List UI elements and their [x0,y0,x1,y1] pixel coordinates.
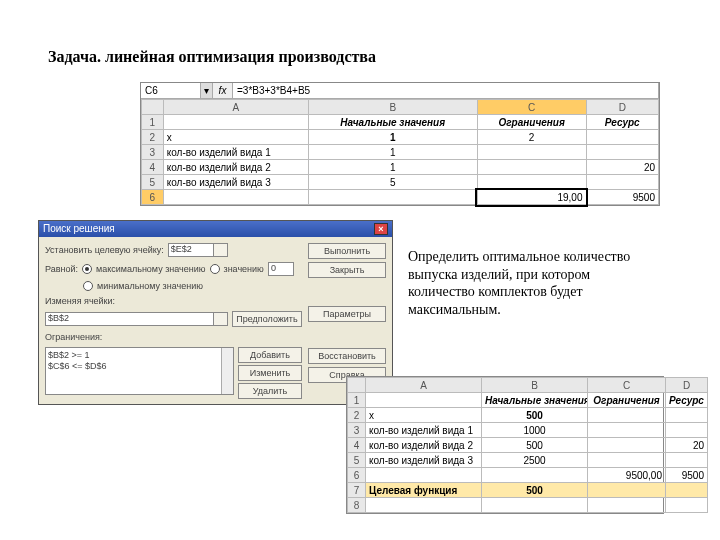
col-header-c[interactable]: C [477,100,586,115]
cell[interactable] [588,438,666,453]
cell[interactable] [482,468,588,483]
radio-value[interactable] [210,264,220,274]
cell[interactable]: 1000 [482,423,588,438]
solver-titlebar[interactable]: Поиск решения × [39,221,392,237]
cell[interactable] [588,408,666,423]
cell[interactable] [366,468,482,483]
cell[interactable]: 20 [586,160,659,175]
col-header-d[interactable]: D [666,378,708,393]
cell[interactable]: кол-во изделий вида 3 [366,453,482,468]
range-picker-icon[interactable] [213,244,227,256]
cell[interactable] [666,498,708,513]
col-header-b[interactable]: B [482,378,588,393]
cell[interactable]: 1 [308,145,477,160]
row-header[interactable]: 7 [348,483,366,498]
row-header[interactable]: 4 [348,438,366,453]
cell[interactable] [477,160,586,175]
cell[interactable]: Ограничения [477,115,586,130]
cell[interactable] [477,175,586,190]
cell[interactable]: Ресурс [586,115,659,130]
changing-cells-input[interactable]: $B$2 [45,312,228,326]
cell[interactable]: 20 [666,438,708,453]
cell[interactable] [482,498,588,513]
cell[interactable]: Ресурс [666,393,708,408]
corner-cell[interactable] [348,378,366,393]
add-button[interactable]: Добавить [238,347,302,363]
close-button[interactable]: Закрыть [308,262,386,278]
cell[interactable]: 5 [308,175,477,190]
delete-button[interactable]: Удалить [238,383,302,399]
row-header[interactable]: 6 [348,468,366,483]
name-dropdown-icon[interactable]: ▾ [201,83,213,98]
cell[interactable] [586,145,659,160]
cell[interactable]: кол-во изделий вида 1 [163,145,308,160]
reset-button[interactable]: Восстановить [308,348,386,364]
cell[interactable] [477,145,586,160]
cell[interactable]: x [163,130,308,145]
params-button[interactable]: Параметры [308,306,386,322]
row-header[interactable]: 3 [142,145,164,160]
cell[interactable]: 500 [482,438,588,453]
close-icon[interactable]: × [374,223,388,235]
range-picker-icon[interactable] [213,313,227,325]
row-header[interactable]: 5 [142,175,164,190]
cell[interactable] [666,483,708,498]
cell[interactable]: 9500 [666,468,708,483]
cell[interactable] [163,115,308,130]
selected-cell[interactable]: 19,00 [477,190,586,205]
formula-input[interactable]: =3*B3+3*B4+B5 [233,83,659,98]
constraint-item[interactable]: $C$6 <= $D$6 [48,361,231,372]
cell[interactable]: кол-во изделий вида 2 [366,438,482,453]
name-box[interactable]: C6 [141,83,201,98]
value-input[interactable]: 0 [268,262,294,276]
cell[interactable] [586,130,659,145]
cell[interactable] [588,498,666,513]
execute-button[interactable]: Выполнить [308,243,386,259]
target-cell-input[interactable]: $E$2 [168,243,228,257]
row-header[interactable]: 2 [142,130,164,145]
cell[interactable]: Начальные значения [482,393,588,408]
row-header[interactable]: 2 [348,408,366,423]
constraints-list[interactable]: $B$2 >= 1 $C$6 <= $D$6 [45,347,234,395]
corner-cell[interactable] [142,100,164,115]
cell[interactable] [366,498,482,513]
row-header[interactable]: 3 [348,423,366,438]
col-header-a[interactable]: A [163,100,308,115]
cell[interactable]: 2500 [482,453,588,468]
constraint-item[interactable]: $B$2 >= 1 [48,350,231,361]
change-button[interactable]: Изменить [238,365,302,381]
row-header[interactable]: 8 [348,498,366,513]
guess-button[interactable]: Предположить [232,311,302,327]
cell[interactable] [666,423,708,438]
radio-min[interactable] [83,281,93,291]
cell[interactable] [588,423,666,438]
cell[interactable]: x [366,408,482,423]
col-header-a[interactable]: A [366,378,482,393]
cell[interactable]: 500 [482,408,588,423]
cell[interactable]: кол-во изделий вида 2 [163,160,308,175]
row-header[interactable]: 1 [142,115,164,130]
scrollbar[interactable] [221,348,233,394]
grid-bottom[interactable]: A B C D 1Начальные значенияОграниченияРе… [347,377,708,513]
fx-icon[interactable]: fx [213,83,233,98]
cell[interactable]: Целевая функция [366,483,482,498]
cell[interactable] [588,483,666,498]
col-header-d[interactable]: D [586,100,659,115]
row-header[interactable]: 4 [142,160,164,175]
cell[interactable]: 2 [477,130,586,145]
cell[interactable] [586,175,659,190]
cell[interactable]: 1 [308,160,477,175]
row-header[interactable]: 5 [348,453,366,468]
cell[interactable]: кол-во изделий вида 3 [163,175,308,190]
cell[interactable]: 1 [308,130,477,145]
cell[interactable] [308,190,477,205]
grid-top[interactable]: A B C D 1 Начальные значения Ограничения… [141,99,659,205]
cell[interactable]: 9500,00 [588,468,666,483]
cell[interactable] [366,393,482,408]
cell[interactable] [163,190,308,205]
cell[interactable]: 9500 [586,190,659,205]
col-header-c[interactable]: C [588,378,666,393]
cell[interactable]: Ограничения [588,393,666,408]
row-header[interactable]: 6 [142,190,164,205]
cell[interactable] [666,408,708,423]
